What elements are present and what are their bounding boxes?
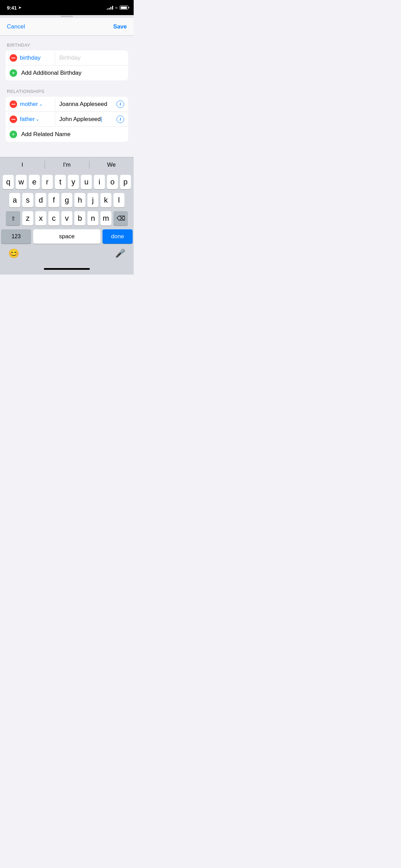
key-m[interactable]: m xyxy=(100,211,111,226)
relationships-section: RELATIONSHIPS mother ⌄ Joanna Appleseed xyxy=(0,89,134,142)
keyboard-row-4: 123 space done xyxy=(1,229,133,244)
mic-button[interactable]: 🎤 xyxy=(115,249,125,258)
birthday-section-header: BIRTHDAY xyxy=(0,43,134,48)
key-n[interactable]: n xyxy=(87,211,98,226)
birthday-remove-button[interactable] xyxy=(10,54,17,62)
location-icon: ➤ xyxy=(18,5,22,10)
relationships-section-header: RELATIONSHIPS xyxy=(0,89,134,94)
key-e[interactable]: e xyxy=(29,175,40,189)
done-key[interactable]: done xyxy=(102,229,133,244)
father-info-button[interactable] xyxy=(117,116,124,123)
main-content: BIRTHDAY birthday Birthday Add Additiona… xyxy=(0,36,134,157)
add-birthday-row[interactable]: Add Additional Birthday xyxy=(5,65,128,81)
key-l[interactable]: l xyxy=(113,193,124,207)
add-relationship-label: Add Related Name xyxy=(21,131,71,138)
key-r[interactable]: r xyxy=(42,175,53,189)
keyboard-row-2: a s d f g h j k l xyxy=(1,193,133,207)
wifi-icon: ≈ xyxy=(115,5,118,10)
quicktype-suggestion-2[interactable]: I'm xyxy=(45,157,89,172)
key-y[interactable]: y xyxy=(68,175,79,189)
home-indicator xyxy=(0,263,134,275)
birthday-placeholder[interactable]: Birthday xyxy=(59,55,81,61)
key-v[interactable]: v xyxy=(61,211,72,226)
mother-remove-button[interactable] xyxy=(10,100,17,108)
battery-icon xyxy=(120,5,128,10)
key-z[interactable]: z xyxy=(22,211,33,226)
key-i[interactable]: i xyxy=(94,175,105,189)
keyboard-row-1: q w e r t y u i o p xyxy=(1,175,133,189)
mother-row-right: Joanna Appleseed xyxy=(55,98,128,111)
father-row-right: John Appleseed xyxy=(55,113,128,126)
key-d[interactable]: d xyxy=(35,193,46,207)
key-a[interactable]: a xyxy=(9,193,20,207)
save-button[interactable]: Save xyxy=(112,21,128,33)
key-p[interactable]: p xyxy=(120,175,131,189)
add-birthday-label: Add Additional Birthday xyxy=(21,70,82,76)
key-c[interactable]: c xyxy=(48,211,59,226)
space-key[interactable]: space xyxy=(33,229,100,244)
father-chevron-icon[interactable]: ⌄ xyxy=(36,117,39,122)
key-h[interactable]: h xyxy=(74,193,85,207)
key-x[interactable]: x xyxy=(35,211,46,226)
father-row: father ⌄ John Appleseed xyxy=(5,112,128,127)
quicktype-suggestion-1[interactable]: I xyxy=(0,157,45,172)
drag-handle-area xyxy=(0,15,134,18)
father-row-left: father ⌄ xyxy=(5,113,55,126)
birthday-row: birthday Birthday xyxy=(5,50,128,65)
mother-label[interactable]: mother xyxy=(20,101,38,108)
mother-info-button[interactable] xyxy=(117,100,124,108)
father-remove-button[interactable] xyxy=(10,116,17,123)
keyboard-row-3: ⇧ z x c v b n m ⌫ xyxy=(1,211,133,226)
key-g[interactable]: g xyxy=(61,193,72,207)
birthday-row-right: Birthday xyxy=(55,52,128,64)
delete-key[interactable]: ⌫ xyxy=(113,211,128,226)
birthday-row-left: birthday xyxy=(5,51,55,64)
quicktype-bar: I I'm We xyxy=(0,157,134,172)
cancel-button[interactable]: Cancel xyxy=(5,21,26,33)
key-b[interactable]: b xyxy=(74,211,85,226)
father-label[interactable]: father xyxy=(20,116,35,123)
mother-value[interactable]: Joanna Appleseed xyxy=(59,101,107,108)
numbers-key[interactable]: 123 xyxy=(1,229,31,244)
nav-bar: Cancel Save xyxy=(0,18,134,36)
status-icons: ≈ xyxy=(107,5,128,10)
status-time: 9:41 xyxy=(7,5,17,11)
key-k[interactable]: k xyxy=(100,193,111,207)
bottom-bar: 😊 🎤 xyxy=(0,245,134,263)
signal-icon xyxy=(107,5,113,10)
home-bar xyxy=(44,268,90,270)
birthday-section-card: birthday Birthday Add Additional Birthda… xyxy=(5,50,128,81)
relationships-section-card: mother ⌄ Joanna Appleseed father ⌄ John … xyxy=(5,97,128,142)
add-birthday-icon[interactable] xyxy=(10,69,17,77)
key-s[interactable]: s xyxy=(22,193,33,207)
quicktype-suggestion-3[interactable]: We xyxy=(89,157,134,172)
mother-row-left: mother ⌄ xyxy=(5,98,55,111)
add-relationship-row[interactable]: Add Related Name xyxy=(5,127,128,142)
mother-chevron-icon[interactable]: ⌄ xyxy=(39,101,43,107)
father-value[interactable]: John Appleseed xyxy=(59,116,102,123)
shift-key[interactable]: ⇧ xyxy=(6,211,20,226)
key-f[interactable]: f xyxy=(48,193,59,207)
key-u[interactable]: u xyxy=(81,175,92,189)
birthday-section: BIRTHDAY birthday Birthday Add Additiona… xyxy=(0,43,134,81)
key-j[interactable]: j xyxy=(87,193,98,207)
drag-handle xyxy=(61,16,73,17)
key-o[interactable]: o xyxy=(107,175,118,189)
birthday-label[interactable]: birthday xyxy=(20,55,40,61)
keyboard: q w e r t y u i o p a s d f g h j k l ⇧ … xyxy=(0,172,134,245)
mother-row: mother ⌄ Joanna Appleseed xyxy=(5,97,128,112)
key-q[interactable]: q xyxy=(3,175,14,189)
key-t[interactable]: t xyxy=(55,175,66,189)
status-bar: 9:41 ➤ ≈ xyxy=(0,0,134,15)
emoji-button[interactable]: 😊 xyxy=(8,248,19,259)
key-w[interactable]: w xyxy=(16,175,27,189)
add-relationship-icon[interactable] xyxy=(10,131,17,138)
